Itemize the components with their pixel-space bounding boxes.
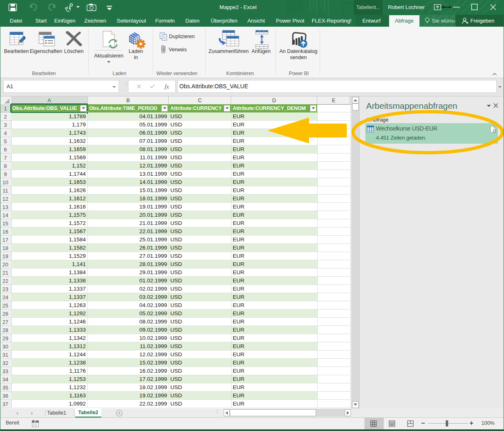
- svg-text:fx: fx: [165, 83, 169, 90]
